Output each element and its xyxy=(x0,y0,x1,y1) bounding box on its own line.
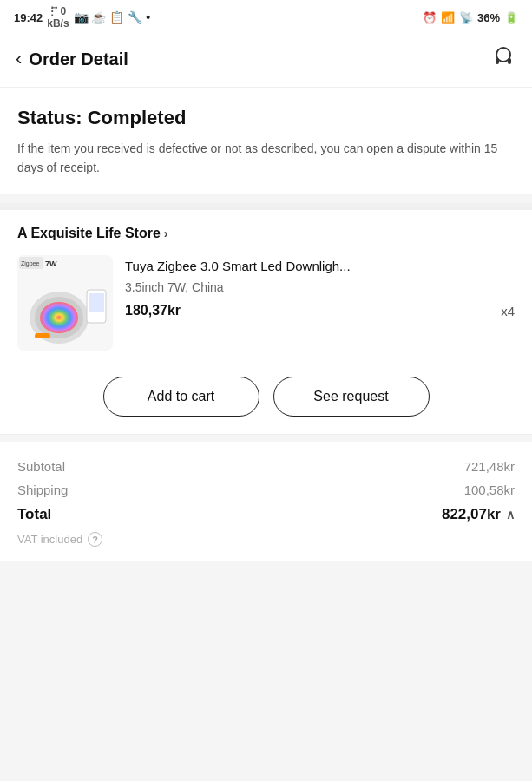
status-extra-icons: ⋮⃗ 0kB/s xyxy=(47,5,69,30)
total-value: 822,07kr ∧ xyxy=(442,506,515,523)
status-bar: 19:42 ⋮⃗ 0kB/s 📷 ☕ 📋 🔧 • ⏰ 📶 📡 36% 🔋 xyxy=(0,0,532,33)
total-label: Total xyxy=(17,506,51,523)
section-divider xyxy=(0,203,532,210)
svg-point-9 xyxy=(40,302,78,333)
subtotal-label: Subtotal xyxy=(17,459,65,474)
product-variant: 3.5inch 7W, China xyxy=(125,280,515,294)
product-image: Zigbee 7W xyxy=(17,255,113,351)
store-chevron-icon: › xyxy=(164,226,168,240)
total-amount: 822,07kr xyxy=(442,506,501,523)
svg-rect-2 xyxy=(508,58,511,64)
status-app-icons: 📷 ☕ 📋 🔧 • xyxy=(74,10,150,24)
svg-rect-11 xyxy=(89,293,104,312)
status-bar-right: ⏰ 📶 📡 36% 🔋 xyxy=(423,11,518,24)
see-request-button[interactable]: See request xyxy=(273,377,430,417)
order-summary: Subtotal 721,48kr Shipping 100,58kr Tota… xyxy=(0,442,532,561)
product-row: Zigbee 7W xyxy=(17,255,515,364)
battery-percent: 36% xyxy=(477,11,500,24)
order-status-title: Status: Completed xyxy=(17,107,515,129)
signal-icon: 📡 xyxy=(459,11,473,24)
product-name: Tuya Zigbee 3.0 Smart Led Downligh... xyxy=(125,257,515,275)
product-quantity: x4 xyxy=(501,304,515,318)
product-price-row: 180,37kr x4 xyxy=(125,303,515,318)
action-buttons-row: Add to cart See request xyxy=(0,364,532,435)
vat-info-icon[interactable]: ? xyxy=(88,532,102,547)
svg-text:Zigbee: Zigbee xyxy=(21,260,40,267)
page-header: ‹ Order Detail xyxy=(0,33,532,88)
order-status-desc: If the item you received is defective or… xyxy=(17,140,515,177)
status-bar-left: 19:42 ⋮⃗ 0kB/s 📷 ☕ 📋 🔧 • xyxy=(14,5,150,30)
shipping-label: Shipping xyxy=(17,482,68,497)
add-to-cart-button[interactable]: Add to cart xyxy=(103,377,259,417)
product-price: 180,37kr xyxy=(125,303,181,318)
support-icon[interactable] xyxy=(490,43,516,75)
vat-label: VAT included xyxy=(17,533,82,546)
product-info: Tuya Zigbee 3.0 Smart Led Downligh... 3.… xyxy=(125,255,515,318)
svg-text:7W: 7W xyxy=(45,259,57,268)
total-row: Total 822,07kr ∧ xyxy=(17,506,515,523)
total-chevron-icon[interactable]: ∧ xyxy=(506,508,515,522)
wifi-icon: 📶 xyxy=(441,11,455,24)
store-section: A Exquisite Life Store › Zigbee 7W xyxy=(0,210,532,364)
svg-rect-1 xyxy=(496,58,499,64)
subtotal-value: 721,48kr xyxy=(464,459,515,474)
status-time: 19:42 xyxy=(14,11,43,24)
alarm-icon: ⏰ xyxy=(423,11,437,24)
subtotal-row: Subtotal 721,48kr xyxy=(17,459,515,474)
shipping-value: 100,58kr xyxy=(464,482,515,497)
store-name-text: A Exquisite Life Store xyxy=(17,226,161,241)
shipping-row: Shipping 100,58kr xyxy=(17,482,515,497)
battery-icon: 🔋 xyxy=(504,11,518,24)
svg-rect-12 xyxy=(35,333,50,338)
vat-row: VAT included ? xyxy=(17,532,515,547)
back-button[interactable]: ‹ xyxy=(16,49,22,69)
status-section: Status: Completed If the item you receiv… xyxy=(0,88,532,194)
store-name-row[interactable]: A Exquisite Life Store › xyxy=(17,226,515,241)
page-title: Order Detail xyxy=(29,49,128,69)
header-left: ‹ Order Detail xyxy=(16,49,128,69)
